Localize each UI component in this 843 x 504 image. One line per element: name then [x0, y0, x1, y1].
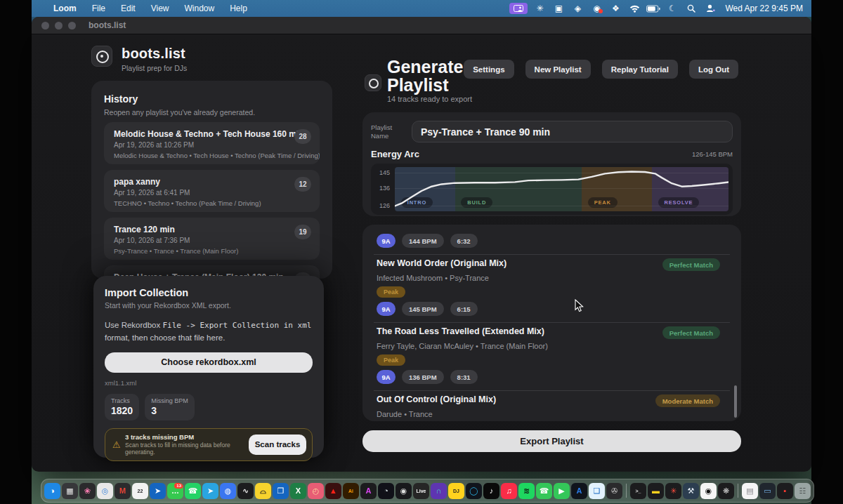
- dock-finder-icon[interactable]: ◑: [44, 483, 60, 499]
- new-playlist-button[interactable]: New Playlist: [525, 60, 591, 79]
- wheel-app-glyph: ✇: [611, 487, 617, 495]
- moon-icon[interactable]: ☾: [665, 3, 679, 14]
- shield-app-icon[interactable]: ◈: [570, 3, 584, 14]
- dock-obs-icon[interactable]: ◔: [378, 483, 394, 499]
- dock-ableton-live-icon[interactable]: Live: [413, 483, 429, 499]
- dock-illustrator-icon[interactable]: Ai: [343, 483, 359, 499]
- dock-phone-icon[interactable]: ☎: [536, 483, 552, 499]
- dock-recorder-app-icon[interactable]: ▪: [777, 483, 793, 499]
- choose-rekordbox-xml-button[interactable]: Choose rekordbox.xml: [105, 352, 313, 373]
- dock-colorful-a-app-icon[interactable]: A: [360, 483, 377, 499]
- track-list-scrollbar[interactable]: [734, 385, 737, 418]
- import-instructions: Use Rekordbox File -> Export Collection …: [105, 319, 313, 344]
- dock-wheel-app-icon[interactable]: ✇: [606, 483, 622, 499]
- close-window-button[interactable]: [41, 22, 49, 29]
- search-icon[interactable]: [684, 3, 698, 14]
- settings-button[interactable]: Settings: [464, 60, 514, 79]
- history-item-name: Trance 120 min: [114, 225, 289, 234]
- dock-calendar-icon[interactable]: 22: [132, 483, 148, 499]
- wifi-icon[interactable]: [627, 3, 641, 14]
- log-out-button[interactable]: Log Out: [689, 60, 738, 79]
- export-playlist-button[interactable]: Export Playlist: [362, 430, 741, 452]
- menu-item-file[interactable]: File: [84, 0, 113, 17]
- zoom-window-button[interactable]: [68, 22, 76, 29]
- dock-terminal-icon[interactable]: >_: [630, 483, 646, 499]
- dock-launchpad-icon[interactable]: ▦: [62, 483, 78, 499]
- dock-whatsapp-icon[interactable]: ☎: [185, 483, 201, 499]
- track-artist: Infected Mushroom • Psy-Trance: [377, 274, 727, 282]
- dock-xcode-icon[interactable]: ⚒: [683, 483, 699, 499]
- import-instructions-text: format, then choose that file here.: [105, 333, 225, 342]
- user-switch-icon[interactable]: [703, 3, 717, 14]
- dock-apple-music-icon[interactable]: ♫: [501, 483, 517, 499]
- energy-arc-title: Energy Arc: [371, 149, 419, 159]
- menu-item-loom[interactable]: Loom: [46, 0, 84, 17]
- screen-mirroring-icon[interactable]: [509, 3, 528, 14]
- dock-acrobat-icon[interactable]: ▲: [325, 483, 341, 499]
- dock-books-icon[interactable]: ❏: [589, 483, 605, 499]
- track-artist: Ferry Tayle, Ciaran McAuley • Trance (Ma…: [377, 342, 727, 350]
- history-item[interactable]: papa xanny Apr 19, 2026 at 6:41 PM TECHN…: [104, 170, 320, 212]
- dock-excel-icon[interactable]: X: [290, 483, 306, 499]
- replay-tutorial-button[interactable]: Replay Tutorial: [602, 60, 678, 79]
- playlist-name-input[interactable]: [412, 121, 733, 142]
- dock-telegram-icon[interactable]: ➤: [202, 483, 218, 499]
- brightness-icon[interactable]: ✳: [532, 3, 547, 14]
- terminal-glyph: >_: [636, 489, 641, 493]
- dock-facetime-icon[interactable]: ▶: [554, 483, 570, 499]
- camera-app-icon[interactable]: ▣: [551, 3, 566, 14]
- menu-item-edit[interactable]: Edit: [113, 0, 143, 17]
- whatsapp-glyph: ☎: [188, 487, 198, 495]
- warning-icon: ⚠: [112, 439, 125, 450]
- history-subtitle: Reopen any playlist you've already gener…: [104, 108, 320, 117]
- dock-spotify-icon[interactable]: ≋: [518, 483, 535, 499]
- dock-chrome-icon[interactable]: ◎: [97, 483, 113, 499]
- menu-item-help[interactable]: Help: [222, 0, 255, 17]
- dock-stickies-dark-icon[interactable]: ▬: [648, 483, 664, 499]
- scan-tracks-button[interactable]: Scan tracks: [249, 435, 306, 455]
- track-artist: Darude • Trance: [377, 410, 727, 418]
- bpm-pill: 144 BPM: [402, 234, 444, 248]
- dock-serato-icon[interactable]: ∩: [431, 483, 447, 499]
- music-disc-app-glyph: ◴: [313, 487, 320, 495]
- track-item[interactable]: 9A 145 BPM 6:15 The Road Less Travelled …: [377, 302, 727, 366]
- dock-swirl-app-icon[interactable]: ∿: [237, 483, 254, 499]
- dock-blue-tiles-app-icon[interactable]: ❐: [273, 483, 289, 499]
- dock-grindr-icon[interactable]: ⌓: [255, 483, 271, 499]
- menu-bar-clock[interactable]: Wed Apr 22 9:45 PM: [722, 4, 803, 13]
- dropbox-icon[interactable]: ❖: [608, 3, 622, 14]
- track-item[interactable]: 9A 136 BPM 8:31 Out Of Control (Original…: [377, 370, 727, 421]
- screen-record-icon[interactable]: ◉: [589, 3, 603, 14]
- dock-document-icon[interactable]: ▤: [742, 483, 758, 499]
- dock-blue-ring-app-icon[interactable]: ◯: [466, 483, 482, 499]
- dock-gear-app-icon[interactable]: ❋: [718, 483, 734, 499]
- dock-music-disc-app-icon[interactable]: ◴: [308, 483, 324, 499]
- track-item[interactable]: 9A 144 BPM 6:32 New World Order (Origina…: [377, 234, 727, 298]
- dock-send-app-icon[interactable]: ➤: [150, 483, 166, 499]
- history-item[interactable]: Melodic House & Techno + Tech House 160 …: [104, 122, 320, 164]
- dock-trash-icon[interactable]: ☷: [795, 483, 811, 499]
- energy-curve: [395, 167, 728, 211]
- dock-blue-a-app-icon[interactable]: A: [571, 483, 587, 499]
- history-item[interactable]: Trance 120 min Apr 10, 2026 at 7:36 PM P…: [104, 218, 320, 260]
- dock-messages-icon[interactable]: …13: [167, 483, 183, 499]
- history-panel: History Reopen any playlist you've alrea…: [91, 81, 332, 279]
- dock-rekordbox-icon[interactable]: ◉: [396, 483, 412, 499]
- dock-tiktok-icon[interactable]: ♪: [483, 483, 499, 499]
- dock-dark-window-app-icon[interactable]: ▭: [759, 483, 776, 499]
- dock-red-burst-app-icon[interactable]: ✳: [665, 483, 681, 499]
- gmail-glyph: M: [119, 487, 126, 495]
- dock-bootslist-app-icon[interactable]: ◉: [700, 483, 717, 499]
- menu-item-window[interactable]: Window: [177, 0, 223, 17]
- import-instructions-text: Use Rekordbox: [105, 321, 162, 329]
- dock-photos-icon[interactable]: ❀: [79, 483, 96, 499]
- dock-signal-icon[interactable]: ◍: [220, 483, 236, 499]
- launchpad-glyph: ▦: [66, 487, 73, 495]
- camelot-key-badge: 9A: [377, 234, 396, 248]
- dock-edjing-dj-icon[interactable]: DJ: [448, 483, 464, 499]
- menu-item-view[interactable]: View: [143, 0, 177, 17]
- minimize-window-button[interactable]: [55, 22, 63, 29]
- battery-icon[interactable]: [646, 3, 660, 14]
- dock-gmail-icon[interactable]: M: [115, 483, 131, 499]
- window-title-bar[interactable]: boots.list: [32, 17, 811, 34]
